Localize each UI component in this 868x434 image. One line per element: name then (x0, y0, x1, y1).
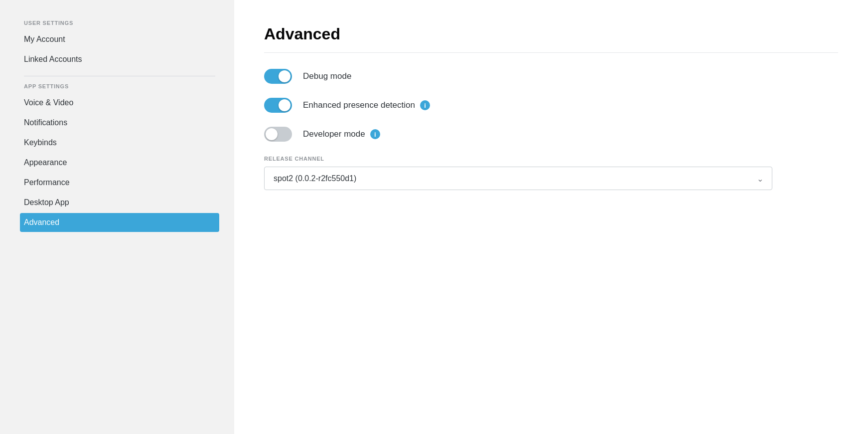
sidebar-item-advanced[interactable]: Advanced (20, 213, 219, 232)
developer-mode-row: Developer mode i (264, 127, 838, 142)
developer-mode-label: Developer mode i (303, 129, 380, 139)
developer-mode-info-icon[interactable]: i (370, 129, 380, 139)
sidebar-item-keybinds[interactable]: Keybinds (20, 133, 219, 152)
user-settings-section-label: USER SETTINGS (20, 20, 219, 26)
app-settings-section-label: APP SETTINGS (20, 83, 219, 89)
sidebar-item-appearance[interactable]: Appearance (20, 153, 219, 172)
enhanced-presence-label: Enhanced presence detection i (303, 100, 430, 110)
release-channel-label: RELEASE CHANNEL (264, 156, 838, 162)
sidebar-item-performance[interactable]: Performance (20, 173, 219, 192)
release-channel-select-wrapper: spot2 (0.0.2-r2fc550d1) ⌄ (264, 167, 772, 190)
enhanced-presence-info-icon[interactable]: i (420, 100, 430, 110)
sidebar: USER SETTINGS My Account Linked Accounts… (0, 0, 234, 434)
main-content: Advanced Debug mode Enhanced presence de… (234, 0, 868, 434)
debug-mode-thumb (279, 70, 290, 82)
enhanced-presence-toggle[interactable] (264, 98, 292, 113)
sidebar-divider (24, 76, 215, 76)
sidebar-item-my-account[interactable]: My Account (20, 30, 219, 49)
debug-mode-row: Debug mode (264, 69, 838, 84)
sidebar-item-linked-accounts[interactable]: Linked Accounts (20, 50, 219, 69)
debug-mode-label: Debug mode (303, 71, 351, 81)
developer-mode-thumb (266, 128, 278, 140)
sidebar-item-desktop-app[interactable]: Desktop App (20, 193, 219, 212)
release-channel-section: RELEASE CHANNEL spot2 (0.0.2-r2fc550d1) … (264, 156, 838, 190)
release-channel-select[interactable]: spot2 (0.0.2-r2fc550d1) (264, 167, 772, 190)
enhanced-presence-thumb (279, 99, 290, 111)
enhanced-presence-row: Enhanced presence detection i (264, 98, 838, 113)
content-divider (264, 52, 838, 53)
page-title: Advanced (264, 25, 838, 43)
sidebar-item-voice-video[interactable]: Voice & Video (20, 93, 219, 112)
developer-mode-toggle[interactable] (264, 127, 292, 142)
sidebar-item-notifications[interactable]: Notifications (20, 113, 219, 132)
debug-mode-toggle[interactable] (264, 69, 292, 84)
